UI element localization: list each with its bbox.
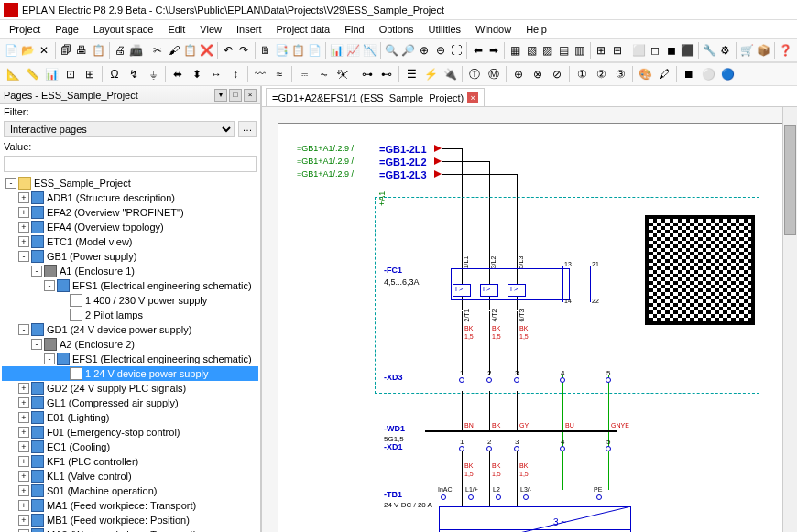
- tree-node[interactable]: -GB1 (Power supply): [2, 249, 258, 264]
- toolbar-button[interactable]: Ω: [105, 65, 124, 83]
- tree-node[interactable]: +EFA2 (Overview "PROFINET"): [2, 205, 258, 220]
- toolbar-button[interactable]: ⊞: [81, 65, 99, 83]
- toolbar-button[interactable]: ⊡: [61, 65, 80, 83]
- toolbar-button[interactable]: Ⓣ: [465, 65, 484, 83]
- toolbar-button[interactable]: ↶: [221, 41, 236, 60]
- panel-close-icon[interactable]: ×: [244, 89, 257, 102]
- scroll-thumb[interactable]: [784, 125, 796, 235]
- toolbar-button[interactable]: ③: [611, 65, 629, 83]
- toolbar-button[interactable]: ⊕: [417, 41, 432, 60]
- toolbar-button[interactable]: 🗐: [58, 41, 73, 60]
- toolbar-button[interactable]: ▥: [572, 41, 587, 60]
- document-tab[interactable]: =GD1+A2&EFS1/1 (ESS_Sample_Project) ×: [266, 88, 485, 106]
- toolbar-button[interactable]: 📋: [182, 41, 198, 60]
- toolbar-button[interactable]: ②: [592, 65, 610, 83]
- tree-node[interactable]: +KL1 (Valve control): [2, 469, 258, 483]
- toolbar-button[interactable]: ☰: [402, 65, 420, 83]
- toolbar-button[interactable]: 📐: [4, 65, 22, 83]
- toolbar-button[interactable]: 📋: [91, 41, 106, 60]
- tree-node[interactable]: -EFS1 (Electrical engineering schematic): [2, 352, 258, 366]
- tree-node[interactable]: 1 24 V device power supply: [2, 366, 258, 381]
- value-input[interactable]: [4, 156, 257, 172]
- toolbar-button[interactable]: ⊶: [358, 65, 377, 83]
- expand-icon[interactable]: +: [18, 222, 29, 233]
- toolbar-button[interactable]: 📈: [345, 41, 361, 60]
- toolbar-button[interactable]: 📉: [362, 41, 377, 60]
- toolbar-button[interactable]: 🔧: [702, 41, 717, 60]
- menu-utilities[interactable]: Utilities: [423, 22, 466, 37]
- collapse-icon[interactable]: -: [44, 280, 55, 291]
- collapse-icon[interactable]: -: [31, 266, 42, 277]
- tree-node[interactable]: +F01 (Emergency-stop control): [2, 425, 258, 440]
- tree-node[interactable]: -EFS1 (Electrical engineering schematic): [2, 278, 258, 293]
- tree-node[interactable]: +KF1 (PLC controller): [2, 454, 258, 469]
- toolbar-button[interactable]: ⊷: [377, 65, 396, 83]
- toolbar-button[interactable]: ➡: [486, 41, 502, 60]
- toolbar-button[interactable]: ◼: [663, 41, 679, 60]
- schematic-canvas[interactable]: =GB1+A1/.2.9 /=GB1-2L1=GB1+A1/.2.9 /=GB1…: [262, 106, 797, 532]
- toolbar-button[interactable]: ✂: [150, 41, 166, 60]
- expand-icon[interactable]: +: [18, 236, 29, 247]
- toolbar-button[interactable]: 🖶: [74, 41, 90, 60]
- toolbar-button[interactable]: ⊕: [509, 65, 528, 83]
- toolbar-button[interactable]: 📂: [20, 41, 36, 60]
- expand-icon[interactable]: +: [18, 192, 29, 203]
- toolbar-button[interactable]: ▤: [556, 41, 572, 60]
- menu-project-data[interactable]: Project data: [271, 22, 336, 37]
- toolbar-button[interactable]: 🛒: [739, 41, 755, 60]
- panel-menu-icon[interactable]: □: [229, 89, 242, 102]
- collapse-icon[interactable]: -: [44, 353, 55, 364]
- toolbar-button[interactable]: ⏚: [144, 65, 162, 83]
- tree-node[interactable]: +S01 (Machine operation): [2, 483, 258, 498]
- tree-node[interactable]: 1 400 / 230 V power supply: [2, 293, 258, 308]
- toolbar-button[interactable]: 🖌: [166, 41, 181, 60]
- expand-icon[interactable]: +: [18, 383, 29, 394]
- toolbar-button[interactable]: ≈: [270, 65, 289, 83]
- tree-node[interactable]: +GL1 (Compressed air supply): [2, 396, 258, 410]
- toolbar-button[interactable]: ⬅: [470, 41, 486, 60]
- expand-icon[interactable]: +: [18, 485, 29, 496]
- toolbar-button[interactable]: 📊: [329, 41, 344, 60]
- tree-node[interactable]: +EC1 (Cooling): [2, 440, 258, 454]
- toolbar-button[interactable]: 📑: [274, 41, 289, 60]
- tree-node[interactable]: +EFA4 (Overview topology): [2, 220, 258, 234]
- tree-node[interactable]: +MB1 (Feed workpiece: Position): [2, 513, 258, 527]
- toolbar-button[interactable]: ⬛: [680, 41, 695, 60]
- toolbar-button[interactable]: ①: [573, 65, 591, 83]
- scrollbar-vertical[interactable]: [782, 107, 797, 532]
- toolbar-button[interactable]: ⏧: [333, 65, 352, 83]
- expand-icon[interactable]: +: [18, 412, 29, 423]
- toolbar-button[interactable]: ↔: [207, 65, 225, 83]
- panel-pin-icon[interactable]: ▾: [214, 89, 227, 102]
- toolbar-button[interactable]: ⏦: [314, 65, 333, 83]
- toolbar-button[interactable]: ⊞: [594, 41, 609, 60]
- toolbar-button[interactable]: ✕: [37, 41, 52, 60]
- toolbar-button[interactable]: 🖍: [655, 65, 673, 83]
- filter-select[interactable]: Interactive pages: [4, 121, 235, 137]
- menu-find[interactable]: Find: [339, 22, 369, 37]
- tree-node[interactable]: +GD2 (24 V supply PLC signals): [2, 381, 258, 396]
- menu-page[interactable]: Page: [49, 22, 84, 37]
- expand-icon[interactable]: +: [18, 427, 29, 438]
- toolbar-button[interactable]: 🖨: [112, 41, 127, 60]
- toolbar-button[interactable]: 〰: [251, 65, 269, 83]
- tree-node[interactable]: -ESS_Sample_Project: [2, 176, 258, 190]
- menu-layout-space[interactable]: Layout space: [88, 22, 158, 37]
- tree-node[interactable]: -A2 (Enclosure 2): [2, 337, 258, 352]
- toolbar-button[interactable]: ⛶: [449, 41, 464, 60]
- toolbar-button[interactable]: ▧: [524, 41, 540, 60]
- menu-edit[interactable]: Edit: [162, 22, 191, 37]
- toolbar-button[interactable]: ▦: [508, 41, 523, 60]
- expand-icon[interactable]: +: [18, 207, 29, 218]
- expand-icon[interactable]: +: [18, 471, 29, 482]
- expand-icon[interactable]: +: [18, 515, 29, 526]
- project-tree[interactable]: -ESS_Sample_Project+ADB1 (Structure desc…: [0, 174, 260, 532]
- toolbar-button[interactable]: ⏹: [680, 65, 698, 83]
- toolbar-button[interactable]: 🗎: [258, 41, 274, 60]
- menu-project[interactable]: Project: [4, 22, 46, 37]
- toolbar-button[interactable]: ⬌: [169, 65, 187, 83]
- expand-icon[interactable]: +: [18, 456, 29, 467]
- toolbar-button[interactable]: ↯: [125, 65, 143, 83]
- tree-node[interactable]: +ETC1 (Model view): [2, 234, 258, 249]
- menu-view[interactable]: View: [194, 22, 227, 37]
